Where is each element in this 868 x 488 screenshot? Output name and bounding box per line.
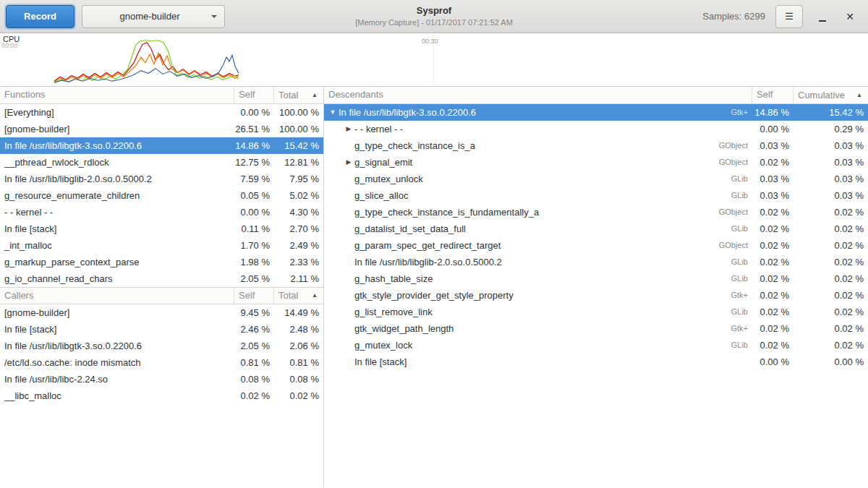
table-row[interactable]: In file [stack] 0.11 % 2.70 % — [0, 221, 323, 237]
sort-ascending-icon: ▲ — [856, 87, 862, 103]
self-percent: 0.03 % — [752, 171, 793, 187]
total-percent: 2.11 % — [274, 270, 323, 287]
function-name: In file [stack] — [0, 221, 234, 237]
descendants-column-header[interactable]: Descendants — [324, 87, 752, 103]
tree-row[interactable]: g_datalist_id_set_data_full GLib 0.02 % … — [324, 221, 868, 237]
table-row[interactable]: _int_malloc 1.70 % 2.49 % — [0, 237, 323, 254]
table-row[interactable]: [gnome-builder] 9.45 % 14.49 % — [0, 304, 323, 321]
function-name: [gnome-builder] — [0, 121, 234, 137]
cumulative-percent: 0.02 % — [793, 254, 868, 270]
callers-total-column-header[interactable]: Total ▲ — [274, 288, 323, 304]
table-row[interactable]: /etc/ld.so.cache: inode mismatch 0.81 % … — [0, 354, 323, 371]
cumulative-percent: 0.03 % — [793, 187, 868, 204]
descendant-name: g_hash_table_size — [354, 270, 433, 287]
functions-total-column-header[interactable]: Total ▲ — [274, 87, 323, 103]
tree-row-selected[interactable]: ▼ In file /usr/lib/libgtk-3.so.0.2200.6 … — [324, 104, 868, 121]
close-button[interactable]: ✕ — [842, 9, 858, 25]
cumulative-percent: 0.02 % — [793, 204, 868, 221]
tree-row[interactable]: gtk_style_provider_get_style_property Gt… — [324, 287, 868, 304]
sort-ascending-icon: ▲ — [312, 87, 318, 103]
sort-ascending-icon: ▲ — [312, 288, 318, 304]
table-row[interactable]: In file /usr/lib/libgtk-3.so.0.2200.6 2.… — [0, 338, 323, 354]
library-tag: GLib — [731, 270, 752, 287]
library-tag: GObject — [719, 154, 752, 171]
descendant-name: - - kernel - - — [354, 121, 403, 137]
cpu-usage-graph[interactable]: CPU 00:00 00:30 — [0, 33, 868, 87]
total-percent: 0.02 % — [274, 388, 323, 404]
tree-row[interactable]: ▶ - - kernel - - 0.00 % 0.29 % — [324, 121, 868, 137]
table-row[interactable]: __libc_malloc 0.02 % 0.02 % — [0, 388, 323, 404]
self-percent: 2.46 % — [234, 321, 274, 338]
cumulative-percent: 0.29 % — [793, 121, 868, 137]
descendant-name: gtk_widget_path_length — [354, 320, 454, 337]
tree-row[interactable]: g_mutex_unlock GLib 0.03 % 0.03 % — [324, 171, 868, 187]
self-percent: 0.03 % — [752, 137, 793, 154]
functions-column-header[interactable]: Functions — [0, 87, 234, 103]
caller-name: In file /usr/lib/libc-2.24.so — [0, 371, 234, 388]
tree-row[interactable]: In file [stack] 0.00 % 0.00 % — [324, 354, 868, 370]
tree-row[interactable]: g_list_remove_link GLib 0.02 % 0.02 % — [324, 304, 868, 320]
library-tag: GLib — [731, 171, 752, 187]
table-row[interactable]: [gnome-builder] 26.51 % 100.00 % — [0, 121, 323, 137]
window-title-block: Sysprof [Memory Capture] - 01/17/2017 07… — [355, 5, 513, 27]
descendants-cumulative-column-header[interactable]: Cumulative ▲ — [793, 87, 868, 103]
tree-row[interactable]: g_type_check_instance_is_a GObject 0.03 … — [324, 137, 868, 154]
self-percent: 0.02 % — [752, 221, 793, 237]
self-percent: 0.02 % — [752, 204, 793, 221]
process-selector-dropdown[interactable]: gnome-builder — [82, 5, 225, 28]
total-header-label: Total — [278, 87, 298, 103]
total-percent: 2.49 % — [274, 237, 323, 254]
table-row-selected[interactable]: In file /usr/lib/libgtk-3.so.0.2200.6 14… — [0, 137, 323, 154]
descendant-name: g_param_spec_get_redirect_target — [354, 237, 501, 254]
total-percent: 7.95 % — [274, 171, 323, 187]
capture-subtitle: [Memory Capture] - 01/17/2017 07:21:52 A… — [355, 18, 513, 27]
table-row[interactable]: g_resource_enumerate_children 0.05 % 5.0… — [0, 187, 323, 204]
descendants-table-header: Descendants Self Cumulative ▲ — [324, 87, 868, 104]
table-row[interactable]: g_markup_parse_context_parse 1.98 % 2.33… — [0, 254, 323, 270]
timeline-label-mid: 00:30 — [422, 38, 438, 45]
table-row[interactable]: __pthread_rwlock_rdlock 12.75 % 12.81 % — [0, 154, 323, 171]
table-row[interactable]: In file /usr/lib/libglib-2.0.so.0.5000.2… — [0, 171, 323, 187]
functions-self-column-header[interactable]: Self — [234, 87, 274, 103]
tree-row[interactable]: g_hash_table_size GLib 0.02 % 0.02 % — [324, 270, 868, 287]
total-percent: 4.30 % — [274, 204, 323, 221]
table-row[interactable]: In file /usr/lib/libc-2.24.so 0.08 % 0.0… — [0, 371, 323, 388]
library-tag: GLib — [731, 337, 752, 354]
total-percent: 100.00 % — [274, 104, 323, 121]
table-row[interactable]: [Everything] 0.00 % 100.00 % — [0, 104, 323, 121]
record-button[interactable]: Record — [6, 5, 75, 28]
tree-row[interactable]: ▶ g_signal_emit GObject 0.02 % 0.03 % — [324, 154, 868, 171]
descendants-self-column-header[interactable]: Self — [752, 87, 793, 103]
cumulative-percent: 0.00 % — [793, 354, 868, 370]
library-tag: GObject — [719, 237, 752, 254]
tree-row[interactable]: g_type_check_instance_is_fundamentally_a… — [324, 204, 868, 221]
function-name: g_markup_parse_context_parse — [0, 254, 234, 270]
expander-closed-icon[interactable]: ▶ — [343, 121, 354, 137]
self-percent: 0.00 % — [234, 204, 274, 221]
function-name: - - kernel - - — [0, 204, 234, 221]
expander-open-icon[interactable]: ▼ — [327, 104, 339, 121]
tree-row[interactable]: g_param_spec_get_redirect_target GObject… — [324, 237, 868, 254]
self-percent: 26.51 % — [234, 121, 274, 137]
function-name: [Everything] — [0, 104, 234, 121]
descendant-name: In file [stack] — [354, 354, 407, 370]
total-percent: 14.49 % — [274, 304, 323, 321]
table-row[interactable]: g_io_channel_read_chars 2.05 % 2.11 % — [0, 270, 323, 287]
callers-column-header[interactable]: Callers — [0, 288, 234, 304]
tree-row[interactable]: g_slice_alloc GLib 0.03 % 0.03 % — [324, 187, 868, 204]
table-row[interactable]: In file [stack] 2.46 % 2.48 % — [0, 321, 323, 338]
callers-self-column-header[interactable]: Self — [234, 288, 274, 304]
function-name: In file /usr/lib/libglib-2.0.so.0.5000.2 — [0, 171, 234, 187]
self-percent: 7.59 % — [234, 171, 274, 187]
tree-row[interactable]: In file /usr/lib/libglib-2.0.so.0.5000.2… — [324, 254, 868, 270]
descendant-name: g_datalist_id_set_data_full — [354, 221, 466, 237]
tree-row[interactable]: g_mutex_lock GLib 0.02 % 0.02 % — [324, 337, 868, 354]
hamburger-menu-button[interactable]: ☰ — [775, 5, 803, 28]
cumulative-percent: 0.02 % — [793, 237, 868, 254]
total-percent: 15.42 % — [274, 137, 323, 154]
caller-name: __libc_malloc — [0, 388, 234, 404]
minimize-button[interactable] — [814, 9, 830, 25]
tree-row[interactable]: gtk_widget_path_length Gtk+ 0.02 % 0.02 … — [324, 320, 868, 337]
table-row[interactable]: - - kernel - - 0.00 % 4.30 % — [0, 204, 323, 221]
expander-closed-icon[interactable]: ▶ — [343, 154, 354, 171]
